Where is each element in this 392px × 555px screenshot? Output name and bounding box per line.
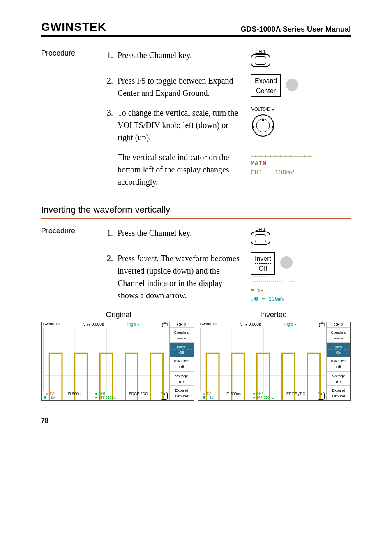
scope-trigger-status: Trig'd ● <box>126 322 140 328</box>
softkey-line1: Expand <box>255 77 277 85</box>
lcd-main-text: MAIN <box>251 160 266 167</box>
step-text: Press Invert. The waveform becomes inver… <box>118 252 242 302</box>
step-number: 1. <box>107 227 118 239</box>
sd-icon: SD <box>318 392 325 400</box>
step-text: Press the Channel key. <box>118 49 192 61</box>
step-text: Press the Channel key. <box>118 227 192 239</box>
volts-div-knob-icon: VOLTS/DIV <box>251 107 275 139</box>
step-text: Press F5 to toggle between Expand Center… <box>118 74 242 99</box>
scope-screenshot-inverted: GWINSTEK ∨⬥▾ 0.000s Trig'd ● 1 = 1V <box>198 322 351 401</box>
softkey-line2: Off <box>255 265 271 272</box>
scope-freq: ● 447.320Hz <box>253 395 274 399</box>
svg-point-2 <box>262 119 264 121</box>
step-number: 2. <box>107 74 118 99</box>
screenshot-title-original: Original <box>41 311 196 319</box>
scope-trig-src: ● CH1 <box>253 392 264 396</box>
run-stop-icon <box>319 322 325 328</box>
brand-logo: GWINSTEK <box>41 21 106 34</box>
page-number: 78 <box>41 417 351 425</box>
keycap-label: CH 1 <box>251 49 270 54</box>
scope-ch2-scale: ❷ = 2V <box>43 395 55 399</box>
step-number: 3. <box>107 107 118 144</box>
scope-ch2-scale: ↓❷ = 2V <box>200 395 214 399</box>
procedure-label: Procedure <box>41 49 107 58</box>
scope-timebase-val: ⊡ 500us <box>68 392 82 400</box>
softkey-line1: Invert <box>255 255 271 262</box>
scope-trig-src: ● CH1 <box>95 392 106 396</box>
scope-freq: ● 447.327Hz <box>95 395 116 399</box>
scope-screenshot-original: GWINSTEK ∨⬥▾ 0.000s Trig'd ● 1 = 1V <box>41 322 194 401</box>
doc-title: GDS-1000A Series User Manual <box>241 25 351 34</box>
section-rule <box>41 218 351 219</box>
softkey-invert-icon: Invert Off <box>251 252 275 275</box>
mini-display-icon: = 5V ↓❷ = 200mV <box>251 275 296 302</box>
scope-trigger-status: Trig'd ● <box>283 322 297 328</box>
step-number: 2. <box>107 252 118 302</box>
scope-timebase-val: ⊡ 500us <box>226 392 241 400</box>
scope-ch1-scale: 1 = 1V <box>200 392 211 396</box>
sd-icon: SD <box>161 392 168 400</box>
channel-key-icon: CH 1 <box>251 49 270 67</box>
scope-side-menu: CH 2 Coupling– – – InvertOn BW LimitOff … <box>327 322 350 400</box>
softkey-line2: Center <box>255 87 277 95</box>
channel-key-icon: CH 1 <box>251 227 270 245</box>
scope-timebase: ∨⬥▾ 0.000s <box>83 322 104 328</box>
step-text: To change the vertical scale, turn the V… <box>118 107 242 144</box>
step-number: 1. <box>107 49 118 61</box>
scope-brand: GWINSTEK <box>43 322 61 328</box>
side-button-icon <box>286 79 298 91</box>
scope-trig-mode: EDGE ƒDC <box>129 392 148 400</box>
scope-side-menu: CH 2 Coupling– – – InvertOff BW LimitOff… <box>170 322 194 400</box>
run-stop-icon <box>162 322 168 328</box>
procedure-label: Procedure <box>41 227 107 235</box>
knob-label: VOLTS/DIV <box>251 107 275 111</box>
mini-lcd-line: ↓❷ = 200mV <box>251 296 284 302</box>
scope-trig-mode: EDGE ƒDC <box>286 392 305 400</box>
menu-header: CH 2 <box>327 322 350 328</box>
keycap-label: CH 1 <box>251 227 270 232</box>
scope-ch1-scale: 1 = 1V <box>43 392 54 396</box>
softkey-expand-center-icon: Expand Center <box>251 74 281 97</box>
screenshot-title-inverted: Inverted <box>196 311 351 319</box>
page-header: GWINSTEK GDS-1000A Series User Manual <box>41 21 351 37</box>
menu-header: CH 2 <box>170 322 194 328</box>
display-indicator-icon: MAIN CH1 ⎓ 100mV <box>251 151 312 176</box>
lcd-channel-text: CH1 ⎓ 100mV <box>251 169 312 176</box>
side-button-icon <box>280 256 293 269</box>
scope-brand: GWINSTEK <box>200 322 218 328</box>
step-text: The vertical scale indicator on the bott… <box>118 151 242 188</box>
mini-lcd-line: = 5V <box>251 287 263 293</box>
section-heading: Inverting the waveform vertically <box>41 204 351 215</box>
svg-point-0 <box>252 115 274 136</box>
scope-timebase: ∨⬥▾ 0.000s <box>240 322 261 328</box>
